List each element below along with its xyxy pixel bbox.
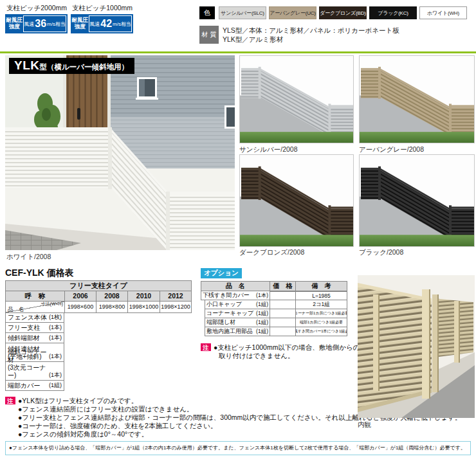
gallery-caption-darkbronze: ダークブロンズ/2008 [239,248,304,257]
hero-title-type: 型（横ルーバー傾斜地用） [40,62,129,72]
item-qty: (1本) [49,371,62,379]
item-qty: (1本) [49,352,62,361]
material-text: YLS型／本体：アルミ形材／パネル：ポリカーボネート板 YLK型／アルミ形材 [223,26,399,44]
note-text: ●フェンス連結箇所にはフリー支柱の設置はできません。 [18,405,194,413]
wind-prefix: 風速 [89,21,100,28]
wind-badge-2000: 耐風圧強度 風速 36 m/s相当 [5,14,68,33]
note-line: 注 ●支柱ピッチ1000mm以下の場合、敷地側からの [201,343,360,352]
col-header-name: 呼 称 [5,291,64,302]
size-2008: 1998×800 [96,302,127,313]
product-photo-urbangray [359,55,475,143]
col-header-2008: 2008 [96,291,127,302]
wind-strength-label: 耐風圧強度 [5,14,23,33]
interior-fence-illustration [358,275,475,418]
product-photo-black [359,154,475,247]
wind-value: 42 [100,19,112,29]
item-name: 端部カバー [8,382,40,390]
option-qty: (1組) [256,301,268,309]
size-2010: 1998×1000 [127,302,160,313]
interior-caption: 内観 [358,420,371,429]
note-badge: 注 [5,397,15,404]
gallery-caption-urbangray: アーバングレー/2008 [359,145,424,154]
size-2012: 1998×1200 [160,302,192,313]
item-qty: (1組) [49,381,62,390]
price-row-free-post: フリー支柱 (1本) [5,323,64,333]
material-line-ylk: YLK型／アルミ形材 [223,35,399,44]
option-price [270,318,296,327]
price-table-size-row: 寸法(W×H) 品 名 1998×600 1998×800 1998×1000 … [5,302,192,312]
note-text: ●支柱ピッチ1000mm以下の場合、敷地側からの [214,343,360,352]
options-row-site-parts: 敷地内施工用部品(1組) 下桟すき間カバー1本につき1組必要 [201,327,347,336]
note-text: ●YLK型はフリー支柱タイプのみです。 [18,397,138,405]
price-row-end-cover: 端部カバー (1組) [5,381,64,391]
options-table: 品 名 価 格 備 考 下桟すき間カバー(1本) L=1985 小口キャップ(1… [201,281,347,336]
fence-illustration-urbangray [360,56,474,143]
options-col-note: 備 考 [296,281,347,291]
diag-item-label: 品 名 [8,307,24,312]
options-table-header: 品 名 価 格 備 考 [201,281,347,291]
price-table: フリー支柱タイプ 呼 称 2006 2008 2010 2012 寸法(W×H)… [5,280,192,391]
color-chip-black: ブラック(KC) [369,6,417,19]
options-note: 注 ●支柱ピッチ1000mm以下の場合、敷地側からの 取り付けはできません。 [201,343,360,360]
option-qty: (1組) [256,319,268,327]
price-row-slope-corner: 傾斜コーナー材(3次元コーナー) (1本) [5,362,64,381]
option-name: 小口キャップ [206,300,242,309]
interior-photo [358,275,475,418]
gallery-caption-sunsilver: サンシルバー/2008 [239,145,298,154]
hero-caption: ホワイト/2008 [6,253,51,262]
option-qty: (1組) [256,310,268,318]
options-badge: オプション [201,268,242,278]
col-header-2006: 2006 [64,291,96,302]
option-name: コーナーキャップ [206,309,253,318]
color-chip-sunsilver: サンシルバー(SLC) [219,6,266,19]
options-row-end-hide: 端部隠し材(1組) 端部1カ所につき1組必要 [201,318,347,327]
option-note: 端部1カ所につき1組必要 [296,318,347,327]
option-name: 敷地内施工用部品 [206,327,253,336]
options-col-price: 価 格 [270,281,296,291]
wind-badge-1000: 耐風圧強度 風速 42 m/s相当 [71,14,133,33]
wind-unit: m/s相当 [47,21,66,28]
wind-value: 36 [35,19,46,29]
col-header-2012: 2012 [160,291,192,302]
size-2006: 1998×600 [64,302,96,313]
diagonal-header-cell: 寸法(W×H) 品 名 [5,302,64,313]
gallery-caption-black: ブラック/2008 [359,248,403,257]
pitch-label-2000: 支柱ピッチ2000mm [6,4,67,13]
product-photo-sunsilver [239,55,354,143]
color-chip-urbangray: アーバングレー(UC) [269,6,316,19]
option-note: 下桟すき間カバー1本につき1組必要 [296,327,347,336]
item-name-line1: 傾斜コーナー材 [8,348,49,364]
hero-title-model: YLK [14,59,40,73]
option-price [270,327,296,336]
wind-strength-label: 耐風圧強度 [71,14,89,33]
item-name: 傾斜コーナー材(3次元コーナー) [8,348,49,379]
color-row-label: 色 [199,6,215,19]
fence-illustration-black [360,155,474,246]
material-line-yls: YLS型／本体：アルミ形材／パネル：ポリカーボネート板 [223,26,399,35]
wind-value-box: 風速 36 m/s相当 [23,15,66,32]
item-qty: (1本) [49,334,62,342]
price-table-heading: CEF-YLK 価格表 [5,267,74,279]
product-photo-darkbronze [239,154,354,247]
option-name: 下桟すき間カバー [203,291,250,300]
item-qty: (1枚) [49,313,62,321]
item-qty: (1本) [49,323,62,332]
note-line: 取り付けはできません。 [201,352,360,360]
col-header-2010: 2010 [127,291,160,302]
option-qty: (1本) [256,292,268,300]
color-chip-darkbronze: ダークブロンズ(BD) [319,6,367,19]
wind-prefix: 風速 [24,21,34,28]
note-text: 取り付けはできません。 [219,352,294,360]
price-table-column-row: 呼 称 2006 2008 2010 2012 [5,291,192,302]
item-name: フリー支柱 [8,324,40,332]
option-note: L=1985 [296,291,347,300]
item-name: フェンス本体 [8,314,47,321]
hero-photo: YLK型（横ルーバー傾斜地用） [5,55,235,250]
note-text: ●コーナー部は、強度確保のため、支柱を2本施工してください。 [18,422,217,430]
option-name: 端部隠し材 [206,318,235,327]
note-text: ●フェンスの傾斜対応角度は0°～40°です。 [18,430,148,438]
item-name-line2: (3次元コーナー) [8,364,49,379]
note-line: ●コーナー部は、強度確保のため、支柱を2本施工してください。 [5,422,461,430]
option-note: コーナー部1カ所につき1組必要 [296,309,347,318]
wind-unit: m/s相当 [113,21,131,28]
